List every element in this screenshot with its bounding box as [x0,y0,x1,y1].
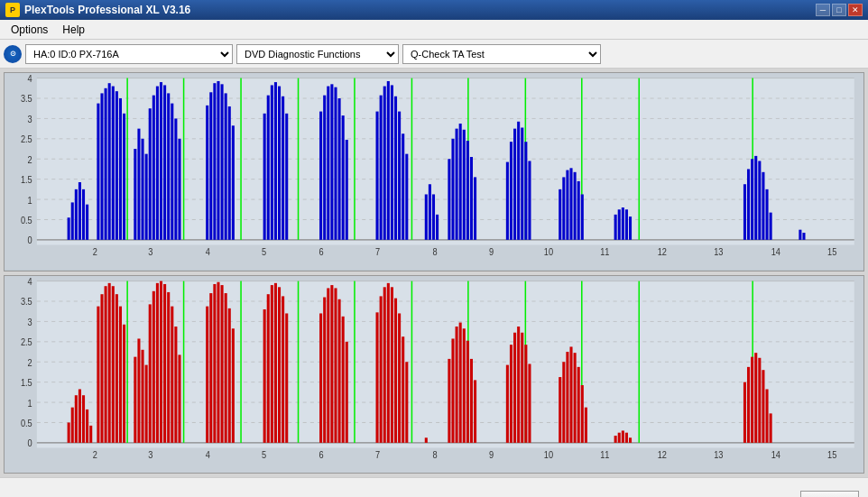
svg-rect-142 [770,213,772,240]
svg-rect-191 [71,407,74,442]
svg-rect-64 [167,93,170,239]
svg-rect-90 [330,84,333,240]
svg-rect-239 [342,316,345,442]
svg-rect-102 [402,133,404,240]
svg-rect-98 [387,81,390,240]
svg-rect-119 [517,122,520,240]
svg-text:11: 11 [600,246,609,256]
svg-text:3.5: 3.5 [21,94,32,104]
svg-text:0: 0 [28,235,32,245]
svg-rect-135 [743,184,746,240]
maximize-button[interactable]: □ [832,4,846,16]
svg-rect-274 [614,436,617,443]
svg-rect-111 [459,124,462,240]
close-button[interactable]: ✕ [848,4,863,16]
window-controls[interactable]: ─ □ ✕ [816,4,863,16]
svg-text:15: 15 [827,246,836,256]
svg-rect-82 [271,85,273,239]
svg-rect-224 [228,308,231,442]
svg-rect-57 [119,98,122,240]
svg-rect-124 [562,177,565,239]
svg-rect-263 [521,332,523,442]
svg-rect-223 [225,293,227,443]
svg-rect-127 [574,172,577,240]
app-title: PlexTools Professional XL V3.16 [24,4,190,16]
svg-rect-279 [743,382,746,442]
svg-rect-233 [319,313,322,442]
svg-rect-194 [82,395,85,443]
svg-rect-216 [142,349,144,442]
svg-rect-228 [271,285,273,443]
svg-rect-70 [142,139,144,240]
menu-help[interactable]: Help [55,22,92,38]
svg-rect-278 [629,437,632,443]
svg-rect-122 [528,161,531,239]
svg-rect-130 [614,215,617,240]
svg-text:0.5: 0.5 [21,418,32,428]
svg-rect-221 [217,281,219,442]
svg-rect-94 [346,140,348,240]
svg-rect-34 [68,217,70,240]
svg-rect-283 [758,357,761,442]
svg-rect-196 [89,425,92,442]
svg-rect-77 [225,93,227,239]
svg-rect-117 [510,142,512,240]
svg-text:13: 13 [714,449,723,459]
minimize-button[interactable]: ─ [816,4,830,16]
svg-text:0: 0 [28,437,32,447]
svg-rect-104 [425,194,428,239]
svg-rect-85 [282,97,284,240]
start-button[interactable]: Start [800,491,859,498]
svg-rect-262 [517,327,520,443]
svg-rect-56 [115,91,118,240]
svg-rect-116 [506,162,509,240]
svg-rect-212 [174,327,177,443]
svg-rect-35 [71,202,74,239]
svg-text:6: 6 [319,246,324,256]
svg-rect-74 [213,83,216,240]
svg-text:4: 4 [28,74,33,84]
svg-rect-284 [762,370,764,443]
title-bar: P PlexTools Professional XL V3.16 ─ □ ✕ [0,0,868,20]
svg-rect-218 [206,306,208,442]
svg-rect-143 [799,230,801,240]
svg-rect-96 [380,96,383,240]
svg-rect-260 [510,345,512,443]
svg-rect-53 [105,88,107,240]
drive-dropdown[interactable]: HA:0 ID:0 PX-716A [25,44,233,64]
svg-rect-73 [209,92,212,240]
svg-rect-66 [174,118,177,239]
svg-rect-87 [319,112,322,240]
svg-text:2.5: 2.5 [21,134,32,144]
svg-rect-265 [528,364,531,442]
svg-rect-137 [751,159,753,240]
svg-rect-76 [221,84,224,240]
drive-selector[interactable]: ⊙ HA:0 ID:0 PX-716A [4,44,233,64]
svg-rect-273 [585,407,587,442]
svg-rect-89 [327,87,329,240]
svg-rect-190 [68,422,70,442]
svg-text:1: 1 [28,195,32,205]
svg-rect-115 [474,177,476,239]
function-dropdown[interactable]: DVD Diagnostic Functions [236,44,399,64]
svg-rect-71 [145,154,148,240]
svg-rect-79 [232,125,235,240]
menu-options[interactable]: Options [4,22,55,38]
svg-rect-211 [171,306,173,442]
svg-rect-271 [577,366,580,442]
svg-rect-52 [100,93,103,239]
svg-rect-206 [152,290,155,442]
svg-rect-199 [105,286,107,443]
svg-rect-63 [163,85,166,239]
test-dropdown[interactable]: Q-Check TA Test [402,44,601,64]
svg-rect-123 [559,189,561,240]
svg-rect-201 [112,286,115,443]
svg-rect-281 [751,356,753,442]
svg-rect-264 [524,345,527,443]
svg-rect-133 [625,209,628,240]
svg-rect-59 [149,108,152,240]
svg-rect-247 [398,313,401,442]
svg-text:2: 2 [93,246,97,256]
svg-rect-244 [387,282,390,442]
main-content: 4 3.5 3 2.5 2 1.5 1 0.5 0 2 3 4 5 6 7 8 … [0,69,868,477]
